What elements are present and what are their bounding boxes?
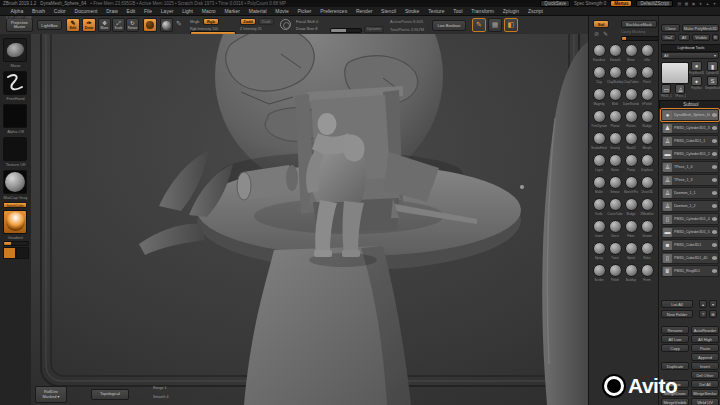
brush-thumbnail[interactable]: Displace bbox=[639, 154, 655, 176]
subtool-action-button-right[interactable]: Insert bbox=[691, 362, 719, 370]
brush-thumbnail[interactable]: TrimDynamic bbox=[591, 110, 607, 132]
visibility-eye-icon[interactable] bbox=[712, 178, 717, 182]
visibility-eye-icon[interactable] bbox=[712, 113, 717, 117]
menu-item[interactable]: Render bbox=[352, 8, 377, 14]
menu-item[interactable]: Light bbox=[178, 8, 198, 14]
brush-thumbnail[interactable]: Polish bbox=[607, 264, 623, 286]
paintbrush-icon[interactable]: ✎ bbox=[176, 20, 182, 28]
titlebar-icon[interactable]: ♦ bbox=[698, 1, 703, 6]
color-picker[interactable] bbox=[3, 210, 27, 234]
brush-thumbnail[interactable]: Insert bbox=[591, 220, 607, 242]
titlebar-icon[interactable]: ▤ bbox=[677, 1, 682, 6]
visibility-eye-icon[interactable] bbox=[712, 152, 717, 156]
titlebar-icon[interactable]: ▦ bbox=[684, 1, 689, 6]
menu-item[interactable]: Stencil bbox=[377, 8, 401, 14]
menu-item[interactable]: Movie bbox=[271, 8, 293, 14]
brush-thumbnail[interactable]: Fiber bbox=[623, 220, 639, 242]
make-polymesh3d-button[interactable]: Make PolyMesh3D bbox=[682, 24, 719, 32]
visibility-eye-icon[interactable] bbox=[712, 217, 717, 221]
secondary-color-swatch[interactable] bbox=[16, 247, 29, 259]
menu-item[interactable]: Transform bbox=[467, 8, 498, 14]
menu-item[interactable]: Layer bbox=[156, 8, 177, 14]
brush-thumbnail[interactable]: Groom bbox=[639, 220, 655, 242]
subtool-action-button-right[interactable]: All High bbox=[691, 335, 719, 343]
polyframe-icon[interactable]: ◧ bbox=[504, 18, 518, 32]
brush-thumbnail[interactable]: Deco bbox=[607, 220, 623, 242]
menu-item[interactable]: Material bbox=[244, 8, 271, 14]
current-brush-thumbnail[interactable] bbox=[3, 38, 27, 62]
subtool-row[interactable]: ♟ PM3D_Cylinder3D1_3 bbox=[661, 122, 719, 134]
menu-item[interactable]: File bbox=[140, 8, 157, 14]
goz-r-button[interactable]: R bbox=[712, 34, 719, 41]
current-texture-thumbnail[interactable] bbox=[3, 137, 27, 161]
brush-thumbnail[interactable]: hPolish bbox=[639, 88, 655, 110]
default-zscript-button[interactable]: DefaultZScript bbox=[636, 0, 673, 7]
subtool-action-button-right[interactable]: Paste bbox=[691, 344, 719, 352]
titlebar-icon[interactable]: ◉ bbox=[691, 1, 696, 6]
subtool-row[interactable]: ♙ TPose_1_3 bbox=[661, 174, 719, 186]
tool-thumbnail[interactable]: ▮ Cylinder3D bbox=[705, 61, 720, 76]
visibility-eye-icon[interactable] bbox=[712, 165, 717, 169]
subtool-action-button-right[interactable]: AutoReorder bbox=[691, 326, 719, 334]
brush-thumbnail[interactable]: Noise bbox=[607, 154, 623, 176]
brush-thumbnail[interactable]: Move bbox=[623, 44, 639, 66]
subtool-action-button-right[interactable]: Append bbox=[691, 353, 719, 361]
visibility-eye-icon[interactable] bbox=[712, 256, 717, 260]
list-all-button[interactable]: List All bbox=[661, 300, 693, 308]
brush-thumbnail[interactable]: Pump bbox=[623, 154, 639, 176]
menu-item[interactable]: Color bbox=[49, 8, 70, 14]
brush-thumbnail[interactable]: Magnify bbox=[591, 88, 607, 110]
rotate-mode-button[interactable]: ↻ Rotate bbox=[126, 18, 139, 32]
subtool-action-button-left[interactable]: Rename bbox=[661, 326, 689, 334]
visibility-eye-icon[interactable] bbox=[712, 204, 717, 208]
cavity-masking-slider[interactable] bbox=[621, 36, 659, 41]
brush-thumbnail[interactable]: Layer bbox=[591, 154, 607, 176]
subtool-row[interactable]: ♛ PM3D_Ring3D1 bbox=[661, 265, 719, 277]
goz-all-button[interactable]: All bbox=[678, 34, 690, 41]
subtool-row[interactable]: ♙ Daemon_1_2 bbox=[661, 200, 719, 212]
brush-thumbnail[interactable]: ClayTubes bbox=[623, 66, 639, 88]
brush-thumbnail[interactable]: Smear bbox=[607, 176, 623, 198]
projection-master-dropdown[interactable]: Projection Master bbox=[6, 18, 33, 32]
brush-thumbnail[interactable]: Clay bbox=[591, 66, 607, 88]
subtool-row[interactable]: ▬ PM3D_Cylinder3D1_2 bbox=[661, 148, 719, 160]
recent-tool-thumbnail[interactable]: ♙ TPose_1 bbox=[675, 84, 686, 98]
topological-toggle[interactable]: Topological bbox=[91, 389, 129, 400]
brush-thumbnail[interactable]: Chisel3D bbox=[639, 176, 655, 198]
brush-thumbnail[interactable]: Smooth bbox=[607, 44, 623, 66]
visibility-eye-icon[interactable] bbox=[712, 269, 717, 273]
brush-thumbnail[interactable]: Knife bbox=[591, 198, 607, 220]
dynamic-toggle[interactable]: Dynamic bbox=[364, 26, 384, 33]
tool-thumbnail[interactable]: ● PolyMesh3D bbox=[689, 61, 704, 76]
menu-item[interactable]: Brush bbox=[28, 8, 50, 14]
help-button[interactable]: ? bbox=[699, 310, 707, 318]
viewport-canvas[interactable]: RollDist Masked ▾ Topological Range 1 Sm… bbox=[31, 34, 588, 405]
recent-tool-thumbnail[interactable]: ▭ PM3D_1 bbox=[661, 84, 672, 98]
tool-thumbnail[interactable]: S SimpleBrush bbox=[705, 76, 720, 91]
quicksave-button[interactable]: QuickSave bbox=[540, 0, 570, 7]
subtool-row[interactable]: ▯ PM3D_Cylinder3D1_4 bbox=[661, 213, 719, 225]
current-stroke-thumbnail[interactable] bbox=[3, 71, 27, 95]
new-folder-button[interactable]: New Folder bbox=[661, 310, 693, 318]
backface-mask-button[interactable]: BackfaceMask bbox=[621, 20, 657, 28]
menus-toggle-button[interactable]: Menus bbox=[610, 0, 632, 7]
subtool-row[interactable]: ♙ PM3D_Cube3D1_1 bbox=[661, 135, 719, 147]
material-sphere-icon[interactable] bbox=[160, 18, 173, 32]
brush-thumbnail[interactable]: SnakeHook bbox=[591, 132, 607, 154]
brush-thumbnail[interactable]: Inflat bbox=[639, 44, 655, 66]
brush-thumbnail[interactable]: CurveTube bbox=[607, 198, 623, 220]
live-boolean-button[interactable]: Live Boolean bbox=[432, 20, 466, 31]
subtool-row[interactable]: ♙ TPose_1_4 bbox=[661, 161, 719, 173]
clone-button[interactable]: Clone bbox=[661, 24, 680, 32]
subtool-down-button[interactable]: ▾ bbox=[709, 300, 717, 308]
main-color-swatch[interactable] bbox=[3, 247, 16, 259]
sculptris-pro-icon[interactable]: ✎ bbox=[472, 18, 486, 32]
subtool-up-button[interactable]: ▴ bbox=[699, 300, 707, 308]
brush-thumbnail[interactable]: Scribe bbox=[591, 264, 607, 286]
brush-thumbnail[interactable]: SketchPro bbox=[623, 176, 639, 198]
subtool-row[interactable]: ● DynaMesh_Sphere_64 bbox=[661, 109, 719, 121]
menu-item[interactable]: Macro bbox=[197, 8, 220, 14]
current-alpha-thumbnail[interactable] bbox=[3, 104, 27, 128]
brush-thumbnail[interactable]: Standard bbox=[591, 44, 607, 66]
brush-thumbnail[interactable]: Morph bbox=[639, 132, 655, 154]
